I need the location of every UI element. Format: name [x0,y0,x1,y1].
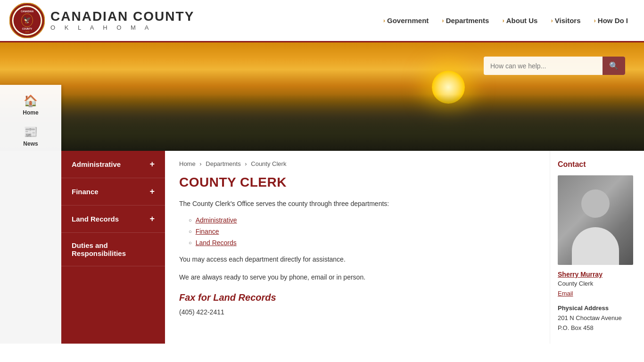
site-header: CANADIAN COUNTY 1890 🦅 ✦ ✦ ✦ CANADIAN CO… [0,0,644,42]
breadcrumb-departments[interactable]: Departments [206,160,240,167]
dept-list-item-admin: Administrative [189,216,536,224]
department-sidebar: Administrative + Finance + Land Records … [61,151,165,344]
nav-label: How Do I [598,16,628,25]
contact-photo [558,175,633,265]
left-nav-home[interactable]: 🏠 Home [0,90,61,121]
dept-list-item-land: Land Records [189,239,536,247]
search-icon: 🔍 [609,62,619,70]
breadcrumb-separator: › [199,160,203,167]
logo-link[interactable]: CANADIAN COUNTY 1890 🦅 ✦ ✦ ✦ CANADIAN CO… [9,3,194,38]
intro-paragraph: The County Clerk's Office serves the cou… [179,198,536,210]
contact-person-name[interactable]: Sherry Murray [558,271,636,278]
dept-list-item-finance: Finance [189,228,536,235]
address-line-1: 201 N Choctaw Avenue [558,314,622,321]
nav-label: Departments [446,16,489,25]
left-navigation: 🏠 Home 📰 News 📅 Calendar 🏛️ Elected Offi… [0,85,61,151]
nav-visitors[interactable]: › Visitors [544,13,587,28]
main-content-area: Home › Departments › County Clerk COUNTY… [165,151,550,344]
svg-text:✦ ✦ ✦: ✦ ✦ ✦ [25,6,30,8]
search-bar: 🔍 [484,57,625,75]
nav-label: Government [387,16,429,25]
address-line-2: P.O. Box 458 [558,324,594,331]
svg-text:CANADIAN: CANADIAN [21,10,33,13]
svg-text:🦅: 🦅 [23,16,32,24]
sidebar-land-records[interactable]: Land Records + [61,206,165,233]
breadcrumb-home[interactable]: Home [179,160,196,167]
left-nav-news-label: News [23,140,38,147]
nav-arrow: › [502,17,504,24]
sidebar-label: Finance [72,188,99,196]
para-access: You may access each department directly … [179,254,536,265]
physical-address-title: Physical Address [558,304,636,312]
main-text-content: The County Clerk's Office serves the cou… [179,198,536,318]
expand-icon: + [149,187,155,197]
nav-arrow: › [551,17,553,24]
nav-how-do-i[interactable]: › How Do I [587,13,635,28]
para-serve: We are always ready to serve you by phon… [179,272,536,283]
sidebar-administrative[interactable]: Administrative + [61,151,165,178]
breadcrumb-separator: › [245,160,248,167]
county-title: CANADIAN COUNTY [50,10,194,23]
page-title: COUNTY CLERK [179,175,536,190]
nav-arrow: › [383,17,385,24]
hero-trees-silhouette [0,94,644,151]
nav-about-us[interactable]: › About Us [495,13,544,28]
contact-sidebar: Contact Sherry Murray County Clerk Email… [550,151,644,344]
sidebar-label: Land Records [72,215,119,223]
dept-link-administrative[interactable]: Administrative [196,216,237,224]
breadcrumb-current: County Clerk [251,160,286,167]
physical-address: 201 N Choctaw Avenue P.O. Box 458 [558,313,636,333]
search-input[interactable] [484,58,603,74]
search-button[interactable]: 🔍 [603,57,625,75]
county-seal: CANADIAN COUNTY 1890 🦅 ✦ ✦ ✦ [9,3,45,38]
sidebar-duties[interactable]: Duties and Responsibilities [61,233,165,266]
breadcrumb: Home › Departments › County Clerk [179,160,536,167]
svg-text:COUNTY: COUNTY [22,27,33,30]
contact-person-role: County Clerk [558,280,636,287]
dept-link-finance[interactable]: Finance [196,228,219,235]
nav-departments[interactable]: › Departments [435,13,495,28]
sidebar-finance[interactable]: Finance + [61,178,165,206]
left-nav-home-label: Home [23,109,38,116]
nav-arrow: › [594,17,595,24]
expand-icon: + [149,214,155,224]
nav-label: About Us [506,16,538,25]
home-icon: 🏠 [24,94,38,107]
contact-section-title: Contact [558,160,636,169]
fax-number: (405) 422-2411 [179,307,536,318]
department-list: Administrative Finance Land Records [189,216,536,247]
nav-arrow: › [442,17,444,24]
contact-email-link[interactable]: Email [558,290,636,297]
content-wrapper: Administrative + Finance + Land Records … [0,151,644,344]
sidebar-label: Administrative [72,160,121,168]
sidebar-label: Duties and Responsibilities [72,241,126,257]
dept-link-land-records[interactable]: Land Records [196,239,237,247]
hero-banner: 🔍 🏠 Home 📰 News 📅 Calendar 🏛️ Elected Of… [0,42,644,151]
svg-text:1890: 1890 [25,31,30,33]
county-name: CANADIAN COUNTY O K L A H O M A [50,10,194,31]
expand-icon: + [149,159,155,169]
main-navigation: › Government › Departments › About Us › … [377,13,635,28]
county-subtitle: O K L A H O M A [50,24,194,31]
news-icon: 📰 [24,125,38,139]
left-nav-news[interactable]: 📰 News [0,121,61,151]
fax-section-title: Fax for Land Records [179,292,536,303]
nav-government[interactable]: › Government [377,13,436,28]
nav-label: Visitors [555,16,581,25]
